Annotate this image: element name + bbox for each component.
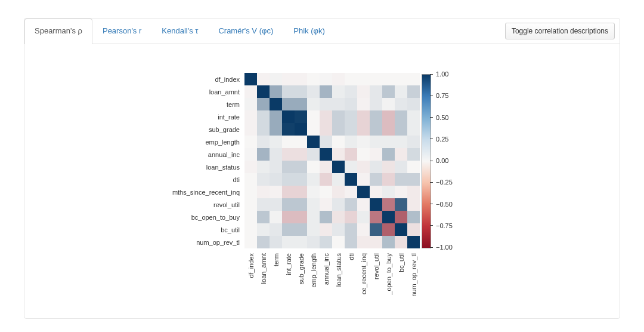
tab-phik[interactable]: Phik (φk) [283, 19, 335, 44]
toggle-descriptions-button[interactable]: Toggle correlation descriptions [505, 23, 615, 39]
heatmap-cell [270, 223, 282, 236]
heatmap-cell [282, 173, 295, 186]
x-label: loan_amnt [260, 251, 267, 305]
heatmap-cell [395, 136, 407, 148]
heatmap-cell [270, 110, 282, 123]
tab-kendall[interactable]: Kendall's τ [151, 19, 208, 44]
heatmap-cell [407, 73, 420, 85]
x-label: ce_recent_inq [360, 251, 367, 305]
heatmap-cell [320, 173, 332, 186]
heatmap-cell [244, 236, 257, 248]
tab-cramer[interactable]: Cramér's V (φc) [208, 19, 283, 44]
colorbar-tick: 0.75 [430, 92, 448, 99]
heatmap-grid [244, 73, 420, 248]
heatmap-cell [332, 223, 345, 236]
heatmap-cell [320, 98, 332, 110]
y-label: term [24, 98, 243, 110]
heatmap-cell [332, 186, 345, 198]
heatmap-cell [320, 223, 332, 236]
heatmap-cell [320, 123, 332, 136]
heatmap-cell [270, 136, 282, 148]
heatmap-cell [244, 73, 257, 85]
heatmap-cell [395, 173, 407, 186]
heatmap-cell [382, 98, 395, 110]
x-label: annual_inc [323, 251, 330, 305]
heatmap-cell [307, 211, 320, 223]
heatmap-cell [295, 198, 307, 211]
heatmap-cell [395, 186, 407, 198]
heatmap-cell [395, 85, 407, 98]
heatmap-cell [370, 161, 382, 173]
heatmap-cell [332, 211, 345, 223]
heatmap-cell [345, 85, 357, 98]
heatmap-cell [395, 98, 407, 110]
heatmap-cell [345, 198, 357, 211]
heatmap-cell [407, 98, 420, 110]
heatmap-cell [257, 98, 270, 110]
heatmap-cell [345, 136, 357, 148]
heatmap-cell [382, 223, 395, 236]
heatmap-cell [295, 236, 307, 248]
heatmap-cell [295, 148, 307, 161]
heatmap-cell [257, 136, 270, 148]
heatmap-cell [295, 161, 307, 173]
heatmap-cell [407, 211, 420, 223]
heatmap-cell [357, 161, 370, 173]
heatmap-cell [270, 198, 282, 211]
heatmap-cell [382, 173, 395, 186]
heatmap-cell [345, 236, 357, 248]
heatmap-cell [270, 98, 282, 110]
x-label: dti [348, 251, 355, 305]
heatmap-cell [395, 148, 407, 161]
heatmap-cell [282, 223, 295, 236]
heatmap-cell [307, 123, 320, 136]
heatmap-cell [244, 110, 257, 123]
heatmap-cell [270, 211, 282, 223]
heatmap-cell [270, 85, 282, 98]
y-label: bc_open_to_buy [24, 211, 243, 223]
y-label: num_op_rev_tl [24, 236, 243, 248]
heatmap-cell [345, 123, 357, 136]
heatmap-cell [320, 110, 332, 123]
heatmap-cell [244, 211, 257, 223]
heatmap-cell [332, 110, 345, 123]
colorbar-tick: 0.25 [430, 136, 448, 143]
heatmap-cell [307, 136, 320, 148]
heatmap-cell [345, 110, 357, 123]
heatmap-cell [395, 223, 407, 236]
heatmap-cell [257, 186, 270, 198]
heatmap-cell [407, 136, 420, 148]
heatmap-cell [320, 186, 332, 198]
heatmap-cell [307, 98, 320, 110]
heatmap-cell [282, 198, 295, 211]
heatmap-cell [357, 198, 370, 211]
heatmap-cell [332, 85, 345, 98]
heatmap-cell [370, 223, 382, 236]
heatmap-cell [345, 223, 357, 236]
heatmap-cell [257, 148, 270, 161]
tab-spearman[interactable]: Spearman's ρ [24, 19, 92, 44]
heatmap-cell [382, 148, 395, 161]
colorbar-tick: −1.00 [430, 244, 453, 251]
x-label: bc_util [398, 251, 405, 305]
heatmap-cell [370, 186, 382, 198]
heatmap-cell [244, 98, 257, 110]
y-label: df_index [24, 73, 243, 85]
heatmap-cell [357, 148, 370, 161]
heatmap-cell [345, 148, 357, 161]
correlation-panel: Spearman's ρ Pearson's r Kendall's τ Cra… [24, 18, 620, 319]
heatmap-cell [370, 211, 382, 223]
heatmap-cell [257, 161, 270, 173]
heatmap-cell [257, 85, 270, 98]
heatmap-cell [307, 85, 320, 98]
heatmap-cell [332, 73, 345, 85]
heatmap-cell [370, 136, 382, 148]
heatmap-cell [370, 123, 382, 136]
heatmap-cell [407, 186, 420, 198]
tab-pearson[interactable]: Pearson's r [92, 19, 151, 44]
heatmap-cell [244, 223, 257, 236]
heatmap-cell [257, 198, 270, 211]
y-label: mths_since_recent_inq [24, 186, 243, 198]
heatmap-cell [282, 148, 295, 161]
heatmap-cell [332, 173, 345, 186]
